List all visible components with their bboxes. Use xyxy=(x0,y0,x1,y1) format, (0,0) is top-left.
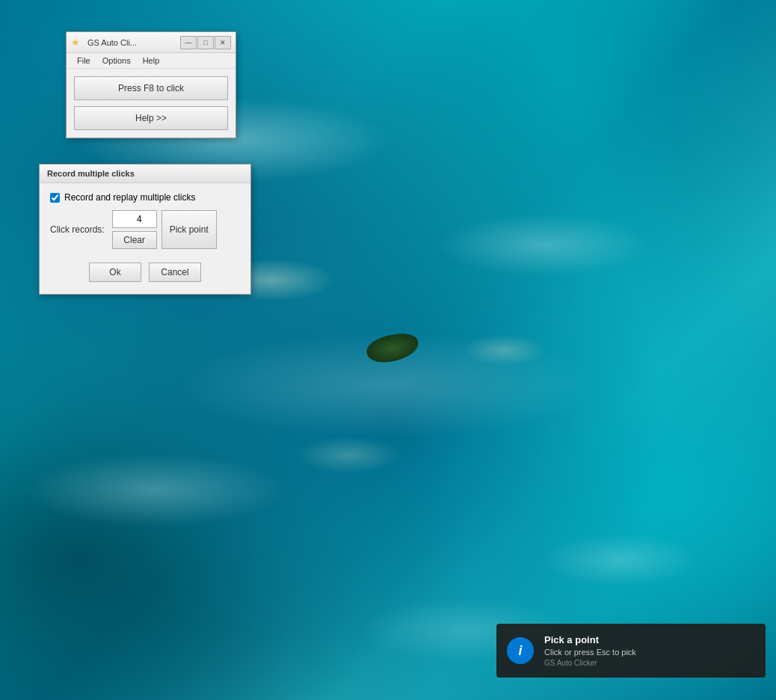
checkbox-label: Record and replay multiple clicks xyxy=(64,192,195,203)
toast-notification: i Pick a point Click or press Esc to pic… xyxy=(496,624,766,678)
clear-button[interactable]: Clear xyxy=(112,231,157,249)
checkbox-row: Record and replay multiple clicks xyxy=(50,192,240,203)
toast-content: Pick a point Click or press Esc to pick … xyxy=(544,634,636,667)
maximize-button[interactable]: □ xyxy=(197,36,214,49)
menu-options[interactable]: Options xyxy=(96,55,137,67)
title-bar-buttons: — □ ✕ xyxy=(180,36,231,49)
toast-body: Click or press Esc to pick xyxy=(544,648,636,657)
dialog-title: Record multiple clicks xyxy=(40,165,250,183)
click-records-input[interactable] xyxy=(112,210,157,228)
minimize-button[interactable]: — xyxy=(180,36,197,49)
star-icon: ★ xyxy=(71,37,80,48)
close-button[interactable]: ✕ xyxy=(215,36,231,49)
cancel-button[interactable]: Cancel xyxy=(149,262,201,282)
dialog-content: Record and replay multiple clicks Click … xyxy=(40,183,250,294)
help-button[interactable]: Help >> xyxy=(74,106,228,130)
record-multiple-clicks-dialog: Record multiple clicks Record and replay… xyxy=(39,164,251,295)
app-icon: ★ xyxy=(71,37,83,49)
toast-app-name: GS Auto Clicker xyxy=(544,659,636,667)
press-f8-button[interactable]: Press F8 to click xyxy=(74,76,228,100)
record-replay-checkbox[interactable] xyxy=(50,193,60,203)
controls-row: Clear Pick point xyxy=(112,210,217,249)
click-records-label: Click records: xyxy=(50,224,105,235)
pick-point-button[interactable]: Pick point xyxy=(161,210,217,249)
menu-bar: File Options Help xyxy=(67,53,235,69)
app-window: ★ GS Auto Cli... — □ ✕ File Options Help… xyxy=(66,31,236,138)
dialog-buttons: Ok Cancel xyxy=(50,257,240,285)
toast-title: Pick a point xyxy=(544,634,636,645)
toast-info-icon: i xyxy=(507,637,534,664)
menu-help[interactable]: Help xyxy=(137,55,166,67)
ok-button[interactable]: Ok xyxy=(89,262,141,282)
click-records-row: Click records: Clear Pick point xyxy=(50,210,240,249)
info-letter: i xyxy=(518,643,522,659)
menu-file[interactable]: File xyxy=(71,55,96,67)
window-content: Press F8 to click Help >> xyxy=(67,69,235,138)
title-bar: ★ GS Auto Cli... — □ ✕ xyxy=(67,32,235,53)
left-controls: Clear xyxy=(112,210,157,249)
window-title: GS Auto Cli... xyxy=(87,38,180,47)
